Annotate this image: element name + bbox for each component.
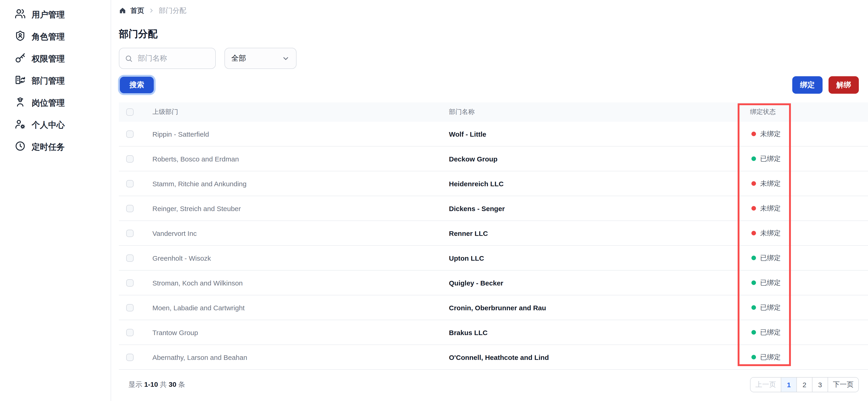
unbind-button[interactable]: 解绑 <box>829 76 859 94</box>
status-label: 已绑定 <box>760 154 781 163</box>
row-checkbox[interactable] <box>126 254 133 262</box>
status-dot <box>751 330 756 335</box>
page-button-2[interactable]: 2 <box>796 378 812 392</box>
table-row: Stamm, Ritchie and Ankunding Heidenreich… <box>119 171 868 196</box>
page-button-3[interactable]: 3 <box>812 378 828 392</box>
parent-department-cell: Moen, Labadie and Cartwright <box>152 304 245 311</box>
summary-total: 30 <box>169 380 176 388</box>
department-name-cell: O'Connell, Heathcote and Lind <box>449 353 549 361</box>
row-checkbox[interactable] <box>126 304 133 311</box>
users-icon <box>15 8 26 21</box>
bind-button[interactable]: 绑定 <box>792 76 823 94</box>
app: 用户管理 角色管理 权限管理 部门管理 岗位管理 个人中心 定时任务 首页 部门… <box>0 0 868 401</box>
sidebar-item-key[interactable]: 权限管理 <box>0 48 111 70</box>
breadcrumb-home-link[interactable]: 首页 <box>130 6 144 15</box>
sidebar-item-label: 权限管理 <box>32 53 65 64</box>
bulk-actions: 绑定 解绑 <box>792 76 859 94</box>
sidebar-item-position[interactable]: 岗位管理 <box>0 92 111 114</box>
department-name-cell: Wolf - Little <box>449 130 486 138</box>
summary-range: 1-10 <box>144 380 158 388</box>
status-label: 未绑定 <box>760 204 781 213</box>
page-title: 部门分配 <box>119 28 868 40</box>
clock-icon <box>15 140 26 154</box>
parent-department-cell: Stamm, Ritchie and Ankunding <box>152 180 247 188</box>
key-icon <box>15 52 26 65</box>
status-dot <box>751 355 756 360</box>
row-checkbox[interactable] <box>126 229 133 237</box>
status-cell: 未绑定 <box>751 130 781 138</box>
row-checkbox[interactable] <box>126 328 133 336</box>
status-dot <box>751 280 756 285</box>
row-checkbox[interactable] <box>126 155 133 162</box>
column-header-status: 绑定状态 <box>750 108 776 116</box>
status-label: 已绑定 <box>760 328 781 337</box>
column-header-parent: 上级部门 <box>152 108 178 116</box>
position-icon <box>15 96 26 110</box>
department-name-cell: Quigley - Becker <box>449 279 503 287</box>
select-all-checkbox[interactable] <box>126 108 133 116</box>
status-cell: 已绑定 <box>751 154 781 163</box>
status-label: 未绑定 <box>760 130 781 138</box>
status-cell: 已绑定 <box>751 278 781 287</box>
row-checkbox[interactable] <box>126 205 133 212</box>
select-value: 全部 <box>231 54 246 63</box>
row-checkbox[interactable] <box>126 180 133 187</box>
table-row: Vandervort Inc Renner LLC 未绑定 <box>119 221 868 246</box>
department-name-cell: Deckow Group <box>449 155 498 163</box>
table-row: Stroman, Koch and Wilkinson Quigley - Be… <box>119 270 868 295</box>
status-cell: 已绑定 <box>751 254 781 262</box>
status-dot <box>751 156 756 161</box>
status-label: 已绑定 <box>760 303 781 312</box>
breadcrumb-current: 部门分配 <box>159 6 186 15</box>
department-table: 上级部门 部门名称 绑定状态 Rippin - Satterfield Wolf… <box>119 103 868 370</box>
department-name-cell: Heidenreich LLC <box>449 180 503 188</box>
parent-department-cell: Abernathy, Larson and Beahan <box>152 353 247 361</box>
next-page-button[interactable]: 下一页 <box>828 378 858 392</box>
breadcrumb: 首页 部门分配 <box>119 6 868 15</box>
sidebar-item-user-settings[interactable]: 个人中心 <box>0 114 111 136</box>
filter-bar: 全部 <box>119 48 868 69</box>
department-name-cell: Dickens - Senger <box>449 204 505 212</box>
column-header-name: 部门名称 <box>449 108 475 116</box>
user-settings-icon <box>15 118 26 132</box>
page-button-1[interactable]: 1 <box>781 378 796 392</box>
sidebar-item-clock[interactable]: 定时任务 <box>0 136 111 158</box>
actions-row: 搜索 绑定 解绑 <box>119 75 868 95</box>
sidebar-item-shield-user[interactable]: 角色管理 <box>0 26 111 48</box>
table-header-row: 上级部门 部门名称 绑定状态 <box>119 103 868 122</box>
status-dot <box>751 181 756 186</box>
department-name-cell: Cronin, Oberbrunner and Rau <box>449 304 546 311</box>
department-icon <box>15 74 26 87</box>
previous-page-button[interactable]: 上一页 <box>750 378 781 392</box>
status-filter-select[interactable]: 全部 <box>224 48 297 69</box>
status-cell: 未绑定 <box>751 179 781 188</box>
department-name-cell: Brakus LLC <box>449 328 488 336</box>
parent-department-cell: Reinger, Streich and Steuber <box>152 204 241 212</box>
chevron-right-icon <box>148 7 155 14</box>
search-button[interactable]: 搜索 <box>120 77 154 93</box>
search-input[interactable] <box>137 54 210 63</box>
summary-prefix: 显示 <box>128 380 142 388</box>
summary-middle: 共 <box>160 380 167 388</box>
status-label: 已绑定 <box>760 353 781 362</box>
table-body: Rippin - Satterfield Wolf - Little 未绑定 R… <box>119 122 868 370</box>
pagination: 上一页 123下一页 <box>750 377 859 392</box>
status-dot <box>751 256 756 260</box>
main-content: 首页 部门分配 部门分配 全部 搜索 绑定 解绑 上 <box>111 0 868 401</box>
status-cell: 未绑定 <box>751 229 781 237</box>
pagination-summary: 显示 1-10 共 30 条 <box>128 380 185 389</box>
sidebar-item-users[interactable]: 用户管理 <box>0 4 111 26</box>
row-checkbox[interactable] <box>126 353 133 361</box>
parent-department-cell: Greenholt - Wisozk <box>152 254 211 262</box>
row-checkbox[interactable] <box>126 279 133 286</box>
status-cell: 未绑定 <box>751 204 781 213</box>
status-label: 未绑定 <box>760 179 781 188</box>
parent-department-cell: Rippin - Satterfield <box>152 130 209 138</box>
row-checkbox[interactable] <box>126 130 133 138</box>
table-row: Reinger, Streich and Steuber Dickens - S… <box>119 196 868 221</box>
status-label: 已绑定 <box>760 278 781 287</box>
status-cell: 已绑定 <box>751 303 781 312</box>
status-cell: 已绑定 <box>751 328 781 337</box>
sidebar-item-department[interactable]: 部门管理 <box>0 70 111 92</box>
parent-department-cell: Stroman, Koch and Wilkinson <box>152 279 243 287</box>
